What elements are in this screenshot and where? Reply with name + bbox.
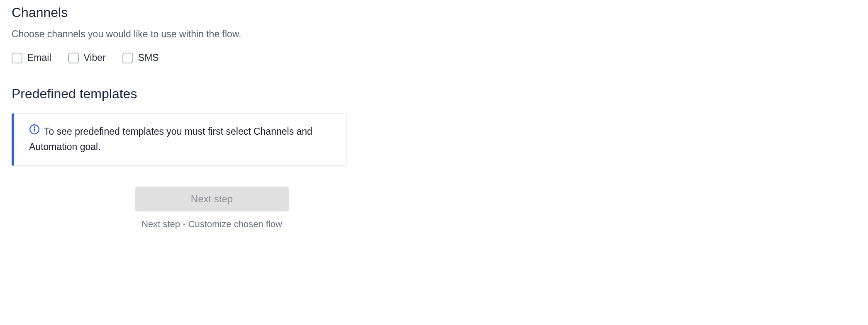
next-step-hint: Next step - Customize chosen flow xyxy=(141,219,282,230)
templates-title: Predefined templates xyxy=(12,86,856,102)
channels-options: Email Viber SMS xyxy=(12,52,856,63)
checkbox-icon xyxy=(12,53,22,63)
checkbox-icon xyxy=(68,53,79,63)
channels-title: Channels xyxy=(12,5,856,20)
channel-email-label: Email xyxy=(27,52,51,63)
channel-email-checkbox[interactable]: Email xyxy=(12,52,51,63)
svg-point-2 xyxy=(34,126,35,127)
channels-subtitle: Choose channels you would like to use wi… xyxy=(12,29,856,40)
channel-sms-label: SMS xyxy=(138,52,159,63)
channel-viber-checkbox[interactable]: Viber xyxy=(68,52,106,63)
templates-info-card: To see predefined templates you must fir… xyxy=(12,113,347,166)
templates-info-content: To see predefined templates you must fir… xyxy=(29,124,334,155)
templates-info-text: To see predefined templates you must fir… xyxy=(29,126,312,152)
channel-sms-checkbox[interactable]: SMS xyxy=(122,52,159,63)
channel-viber-label: Viber xyxy=(84,52,106,63)
footer: Next step Next step - Customize chosen f… xyxy=(12,187,412,230)
checkbox-icon xyxy=(122,53,133,63)
info-icon xyxy=(29,124,40,139)
next-step-button[interactable]: Next step xyxy=(135,187,289,211)
